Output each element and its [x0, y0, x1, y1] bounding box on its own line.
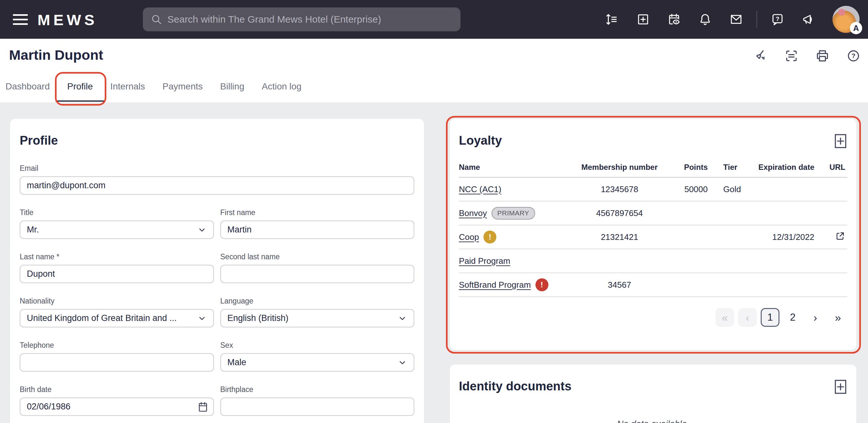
title-label: Title	[20, 208, 214, 217]
loyalty-table: Name Membership number Points Tier Expir…	[459, 163, 847, 297]
error-icon: !	[535, 278, 549, 291]
email-field-group: Email	[20, 164, 414, 195]
language-select[interactable]: English (British)	[220, 309, 414, 327]
loyalty-row-bonvoy: Bonvoy PRIMARY 4567897654	[459, 201, 847, 225]
last-name-label: Last name *	[20, 252, 214, 261]
hamburger-menu-icon[interactable]	[13, 12, 28, 27]
availability-calendar-icon[interactable]	[667, 12, 681, 27]
add-loyalty-button[interactable]	[834, 134, 847, 149]
svg-text:?: ?	[851, 52, 856, 59]
profile-tabs: Dashboard Profile Internals Payments Bil…	[5, 77, 302, 102]
loyalty-row-paid-program: Paid Program	[459, 249, 847, 273]
nationality-select[interactable]: United Kingdom of Great Britain and ...	[20, 309, 214, 327]
second-last-name-field[interactable]	[220, 265, 414, 283]
sex-label: Sex	[220, 341, 414, 350]
help-circle-icon[interactable]: ?	[846, 48, 861, 63]
second-last-name-label: Second last name	[220, 252, 414, 261]
messages-mail-icon[interactable]	[729, 12, 743, 27]
search-icon	[151, 13, 162, 25]
loyalty-program-link[interactable]: Coop	[459, 232, 479, 242]
birth-row: Birth date Birthplace	[20, 385, 414, 416]
tab-action-log[interactable]: Action log	[262, 82, 302, 91]
title-firstname-row: Title Mr. First name	[20, 208, 414, 239]
warning-icon: !	[484, 231, 496, 243]
lastname-row: Last name * Second last name	[20, 252, 414, 283]
mews-logo: MEWS	[37, 11, 98, 29]
pagination-first-button[interactable]: «	[715, 308, 734, 327]
top-navigation-bar: MEWS	[0, 0, 868, 39]
tab-dashboard[interactable]: Dashboard	[5, 82, 50, 91]
sex-select[interactable]: Male	[220, 353, 414, 372]
profile-card: Profile Email Title Mr. First name	[10, 119, 424, 423]
last-name-field[interactable]	[20, 265, 214, 283]
pagination-last-button[interactable]: »	[829, 308, 847, 327]
chevron-down-icon	[197, 225, 207, 235]
help-feedback-icon[interactable]: ?	[770, 12, 785, 27]
tab-billing[interactable]: Billing	[220, 82, 244, 91]
chevron-down-icon	[398, 358, 407, 367]
user-avatar[interactable]: A	[833, 6, 860, 33]
loyalty-program-link[interactable]: Bonvoy	[459, 208, 487, 218]
email-field[interactable]	[20, 176, 414, 195]
svg-text:?: ?	[776, 15, 779, 22]
first-name-field[interactable]	[220, 221, 414, 239]
clean-profile-broom-icon[interactable]	[753, 48, 769, 63]
page-title: Martin Dupont	[9, 47, 103, 63]
title-select[interactable]: Mr.	[20, 221, 214, 239]
tab-payments[interactable]: Payments	[162, 82, 203, 91]
scan-document-icon[interactable]	[784, 48, 799, 63]
birthplace-field[interactable]	[220, 397, 414, 416]
notifications-bell-icon[interactable]	[698, 12, 712, 27]
primary-badge: PRIMARY	[492, 207, 535, 220]
pagination-page-2[interactable]: 2	[783, 308, 802, 327]
birth-date-field[interactable]	[20, 397, 214, 416]
add-identity-document-button[interactable]	[834, 380, 847, 394]
loyalty-row-ncc: NCC (AC1) 12345678 50000 Gold	[459, 177, 847, 201]
loyalty-row-coop: Coop ! 21321421 12/31/2022	[459, 225, 847, 249]
print-icon[interactable]	[815, 48, 830, 63]
avatar-status-badge: A	[850, 22, 862, 34]
language-label: Language	[220, 296, 414, 305]
email-label: Email	[20, 164, 414, 173]
loyalty-table-header: Name Membership number Points Tier Expir…	[459, 163, 847, 177]
add-reservation-icon[interactable]	[636, 12, 650, 27]
telephone-label: Telephone	[20, 341, 214, 350]
profile-card-title: Profile	[20, 134, 414, 148]
sort-list-icon[interactable]	[604, 12, 619, 27]
search-input[interactable]	[167, 14, 453, 25]
telephone-sex-row: Telephone Sex Male	[20, 341, 414, 372]
pagination-page-1[interactable]: 1	[761, 308, 779, 327]
first-name-label: First name	[220, 208, 414, 217]
topbar-divider	[756, 11, 757, 28]
loyalty-row-softbrand: SoftBrand Program ! 34567	[459, 273, 847, 297]
nationality-language-row: Nationality United Kingdom of Great Brit…	[20, 296, 414, 327]
identity-documents-title: Identity documents	[459, 380, 571, 393]
chevron-down-icon	[398, 314, 407, 323]
identity-documents-card: Identity documents No data available.	[450, 364, 856, 423]
loyalty-program-link[interactable]: SoftBrand Program	[459, 280, 531, 290]
pagination-next-button[interactable]: ›	[806, 308, 825, 327]
loyalty-program-link[interactable]: Paid Program	[459, 256, 510, 266]
birthplace-label: Birthplace	[220, 385, 414, 394]
no-data-text: No data available.	[459, 419, 847, 423]
chevron-down-icon	[197, 314, 207, 323]
loyalty-pagination: « ‹ 1 2 › »	[459, 308, 847, 327]
loyalty-program-link[interactable]: NCC (AC1)	[459, 184, 501, 194]
loyalty-card-title: Loyalty	[459, 134, 502, 148]
telephone-field[interactable]	[20, 353, 214, 372]
tab-internals[interactable]: Internals	[110, 82, 145, 91]
page-header: Martin Dupont ? Dashboard Profile	[0, 39, 868, 102]
pagination-previous-button[interactable]: ‹	[738, 308, 757, 327]
tab-profile[interactable]: Profile	[67, 82, 93, 91]
announcements-megaphone-icon[interactable]	[801, 12, 816, 27]
global-search[interactable]	[143, 7, 461, 31]
loyalty-card: Loyalty Name Membership number Points Ti…	[450, 119, 856, 350]
external-link-icon[interactable]	[835, 231, 845, 241]
content-area: Profile Email Title Mr. First name	[0, 102, 868, 423]
nationality-label: Nationality	[20, 296, 214, 305]
birth-date-label: Birth date	[20, 385, 214, 394]
